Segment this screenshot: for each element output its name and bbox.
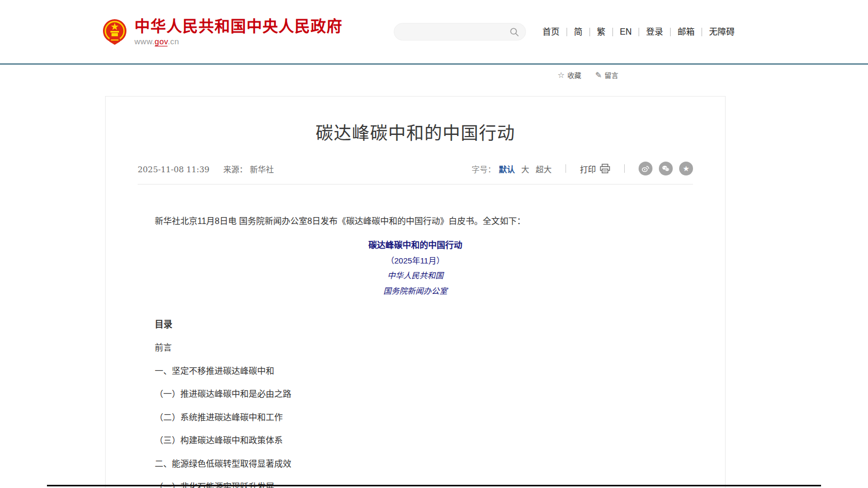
favorite-label: 收藏 <box>567 70 581 80</box>
document-org-line1: 中华人民共和国 <box>155 268 676 284</box>
article-card: 碳达峰碳中和的中国行动 2025-11-08 11:39 来源： 新华社 字号：… <box>105 96 726 488</box>
lead-paragraph: 新华社北京11月8日电 国务院新闻办公室8日发布《碳达峰碳中和的中国行动》白皮书… <box>155 214 676 228</box>
toc-item: 二、能源绿色低碳转型取得显著成效 <box>155 452 676 476</box>
page-actions: ☆ 收藏 ✎ 留言 <box>558 70 618 80</box>
article-meta-row: 2025-11-08 11:39 来源： 新华社 字号： 默认大超大 打印 <box>138 162 693 185</box>
article-title: 碳达峰碳中和的中国行动 <box>106 119 725 145</box>
top-nav: 首页简繁EN登录邮箱无障碍 <box>536 28 735 36</box>
article-date: 2025-11-08 11:39 <box>138 165 209 174</box>
star-icon[interactable]: ★ <box>679 162 693 175</box>
article-meta-left: 2025-11-08 11:39 来源： 新华社 <box>138 163 274 174</box>
site-url-gov: gov <box>155 37 168 46</box>
star-glyph: ★ <box>683 165 690 172</box>
national-emblem-logo <box>102 18 127 46</box>
toc-item: （三）构建碳达峰碳中和政策体系 <box>155 429 676 452</box>
comment-link[interactable]: ✎ 留言 <box>595 70 618 80</box>
source-value: 新华社 <box>250 165 274 174</box>
article-body: 新华社北京11月8日电 国务院新闻办公室8日发布《碳达峰碳中和的中国行动》白皮书… <box>106 214 725 488</box>
top-nav-link[interactable]: 简 <box>567 28 590 36</box>
toc-item: （一）推进碳达峰碳中和是必由之路 <box>155 382 676 406</box>
divider <box>624 164 625 173</box>
toc-item: 一、坚定不移推进碳达峰碳中和 <box>155 359 676 383</box>
font-size-option[interactable]: 默认 <box>499 163 515 174</box>
top-nav-link[interactable]: 首页 <box>536 28 567 36</box>
top-nav-link[interactable]: 登录 <box>639 28 671 36</box>
top-nav-link[interactable]: EN <box>613 28 639 36</box>
search-input[interactable] <box>403 28 509 36</box>
document-org-line2: 国务院新闻办公室 <box>155 284 676 299</box>
toc-item: （二）系统推进碳达峰碳中和工作 <box>155 406 676 429</box>
site-header: 中华人民共和国中央人民政府 www.gov.cn 首页简繁EN登录邮箱无障碍 <box>0 0 868 65</box>
site-url: www.gov.cn <box>134 37 343 46</box>
toc-heading: 目录 <box>155 313 676 336</box>
search-box[interactable] <box>394 23 526 41</box>
weibo-icon[interactable] <box>639 162 652 175</box>
toc-list: 前言一、坚定不移推进碳达峰碳中和（一）推进碳达峰碳中和是必由之路（二）系统推进碳… <box>155 336 676 488</box>
share-icons: ★ <box>639 162 693 175</box>
pencil-icon: ✎ <box>595 70 602 80</box>
font-size-options: 默认大超大 <box>499 163 552 174</box>
comment-label: 留言 <box>604 70 618 80</box>
site-title: 中华人民共和国中央人民政府 <box>134 18 343 35</box>
favorite-link[interactable]: ☆ 收藏 <box>558 70 581 80</box>
document-date: （2025年11月） <box>155 253 676 268</box>
document-title: 碳达峰碳中和的中国行动 <box>155 237 676 253</box>
viewport-bottom-edge <box>47 485 821 486</box>
article-meta-right: 字号： 默认大超大 打印 <box>472 162 693 175</box>
site-url-cn: .cn <box>168 37 179 46</box>
top-nav-link[interactable]: 邮箱 <box>671 28 702 36</box>
print-label: 打印 <box>580 163 596 174</box>
site-url-www: www. <box>134 37 155 46</box>
top-nav-link[interactable]: 繁 <box>590 28 613 36</box>
font-size-option[interactable]: 超大 <box>536 163 552 174</box>
article-source: 来源： 新华社 <box>223 163 274 174</box>
wechat-icon[interactable] <box>659 162 673 175</box>
star-outline-icon: ☆ <box>558 70 564 80</box>
printer-icon <box>600 164 610 173</box>
source-label: 来源： <box>223 165 247 174</box>
print-button[interactable]: 打印 <box>580 163 610 174</box>
search-icon[interactable] <box>509 27 519 37</box>
top-nav-link[interactable]: 无障碍 <box>702 28 735 36</box>
divider <box>566 164 566 173</box>
toc-item: 前言 <box>155 336 676 359</box>
font-size-option[interactable]: 大 <box>521 163 529 174</box>
site-brand[interactable]: 中华人民共和国中央人民政府 www.gov.cn <box>102 18 343 46</box>
font-size-label: 字号： <box>472 163 496 174</box>
